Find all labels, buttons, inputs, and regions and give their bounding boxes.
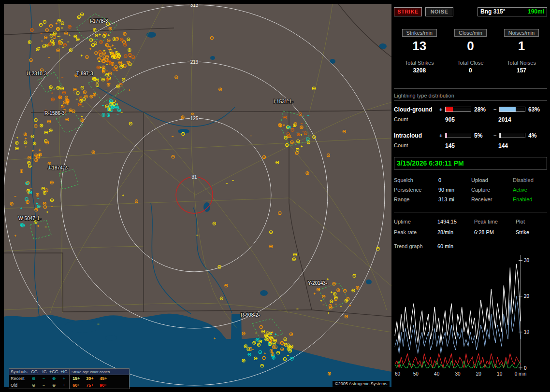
legend-age-title: Strike age color codes xyxy=(69,369,129,375)
storm-cell-label: J-1874-2- xyxy=(48,165,69,170)
lake xyxy=(65,320,100,333)
cloud-ground-label: Cloud-ground xyxy=(394,106,439,113)
legend-symbols-header: Symbols xyxy=(9,369,29,375)
status-panel: STRIKE NOISE Bng 315° 190mi Strikes/min … xyxy=(394,4,547,388)
trend-y-tick-label: 20 xyxy=(524,294,530,299)
ic-plus-count: 145 xyxy=(445,142,498,149)
age-60-label: 60+ xyxy=(70,382,83,389)
legend-recent-label: Recent xyxy=(9,375,29,382)
peak-rate-label: Peak rate xyxy=(394,229,437,235)
close-per-min-button[interactable]: Close/min xyxy=(454,29,487,37)
lake xyxy=(260,290,268,296)
range-value: 313 mi xyxy=(438,196,471,202)
intracloud-count-row: Count 145 144 xyxy=(394,142,547,149)
datetime-display: 3/15/2026 6:30:11 PM xyxy=(394,157,547,169)
divider xyxy=(394,88,547,89)
persistence-label: Persistence xyxy=(394,187,438,193)
ic-minus-percent: 4% xyxy=(526,132,547,139)
total-noises-value: 157 xyxy=(496,67,547,74)
lake xyxy=(210,56,215,60)
receiver-label: Receiver xyxy=(471,196,513,202)
cg-plus-bar xyxy=(445,107,471,112)
ic-plus-old-icon: + xyxy=(59,382,69,389)
settings-row-persistence: Persistence 90 min Capture Active xyxy=(394,185,547,195)
noise-button[interactable]: NOISE xyxy=(425,7,453,16)
trend-series-total-strikes xyxy=(395,264,521,343)
upload-label: Upload xyxy=(471,177,513,183)
ic-minus-bar xyxy=(499,133,525,138)
trend-y-tick-label: 10 xyxy=(524,329,530,335)
legend-col-ic-minus: -IC xyxy=(39,369,49,375)
ic-minus-bar-fill xyxy=(500,133,501,138)
total-close-label: Total Close xyxy=(445,60,496,66)
trend-series-noises xyxy=(395,361,521,368)
close-per-min-value: 0 xyxy=(445,39,496,54)
ic-minus-count: 144 xyxy=(498,142,547,149)
bearing-label: Bng 315° xyxy=(480,8,505,15)
capture-label: Capture xyxy=(471,187,513,193)
cg-minus-old-icon: ⊖ xyxy=(29,382,39,389)
bearing-range: 190mi xyxy=(528,8,544,15)
lake xyxy=(146,32,156,38)
legend-col-cg-plus: +CG xyxy=(49,369,59,375)
cg-minus-bar-fill xyxy=(500,107,516,112)
legend-col-cg-minus: -CG xyxy=(29,369,39,375)
squelch-label: Squelch xyxy=(394,177,438,183)
settings-row-range: Range 313 mi Receiver Enabled xyxy=(394,195,547,204)
cg-count-label: Count xyxy=(394,116,439,123)
noises-per-min-button[interactable]: Noises/min xyxy=(504,29,539,37)
range-ring-label: 219 xyxy=(190,59,199,65)
trend-y-tick-label: 0 xyxy=(524,365,527,371)
storm-cell-label: I-1531-1- xyxy=(274,99,293,104)
noises-per-min-value: 1 xyxy=(496,39,547,54)
peak-rate-value: 28/min xyxy=(437,229,474,235)
legend-header: Symbols -CG -IC +CG +IC Strike age color… xyxy=(9,369,129,375)
storm-cell-label: R-1586-3 xyxy=(44,111,65,116)
strikes-per-min-button[interactable]: Strikes/min xyxy=(402,29,437,37)
bearing-display: Bng 315° 190mi xyxy=(478,7,547,16)
age-15-label: 15+ xyxy=(70,375,83,382)
legend-row-recent: Recent ⊖ − ⊕ + 15+ 30+ 45+ xyxy=(9,375,129,382)
peak-time-value: 6:28 PM xyxy=(474,229,516,235)
strikes-per-min-value: 13 xyxy=(394,39,445,54)
trend-series-close-strikes xyxy=(395,353,521,368)
strike-button[interactable]: STRIKE xyxy=(394,7,422,16)
upload-status: Disabled xyxy=(513,177,547,183)
lightning-map[interactable]: 31321912531I-1778-3U-2310-3T-897-3R-1586… xyxy=(4,4,391,387)
cg-plus-recent-icon: ⊕ xyxy=(49,375,59,382)
cg-minus-recent-icon: ⊖ xyxy=(29,375,39,382)
ic-plus-percent: 5% xyxy=(472,132,493,139)
minus-sign: − xyxy=(493,107,499,112)
cg-plus-bar-fill xyxy=(446,107,453,112)
cg-minus-count: 2014 xyxy=(498,116,547,123)
settings-row-squelch: Squelch 0 Upload Disabled xyxy=(394,175,547,185)
trend-graph-header: Trend graph 60 min xyxy=(394,242,547,250)
trend-graph: 30201006050403020100 min xyxy=(394,252,547,378)
trend-x-tick-label: 0 min xyxy=(515,371,526,377)
cloud-ground-row: Cloud-ground + 28% − 63% xyxy=(394,106,547,113)
cg-minus-bar xyxy=(499,107,525,112)
age-90-label: 90+ xyxy=(97,382,110,389)
lake xyxy=(178,129,189,134)
trend-graph-label: Trend graph xyxy=(394,243,437,249)
range-ring-label: 125 xyxy=(190,116,199,121)
range-label: Range xyxy=(394,196,438,202)
datetime-text: 3/15/2026 6:30:11 PM xyxy=(397,159,464,167)
receiver-status: Enabled xyxy=(513,196,547,202)
distribution-title: Lightning type distribution xyxy=(394,93,547,100)
storm-cell-label: W-5047-1- xyxy=(18,216,41,221)
trend-x-tick-label: 50 xyxy=(413,371,419,377)
capture-status: Active xyxy=(513,187,547,193)
ic-count-label: Count xyxy=(394,142,439,149)
total-strikes-label: Total Strikes xyxy=(394,60,445,66)
lake xyxy=(379,43,387,49)
plus-sign: + xyxy=(439,107,445,112)
map-legend: Symbols -CG -IC +CG +IC Strike age color… xyxy=(9,368,130,389)
map-canvas: 31321912531I-1778-3U-2310-3T-897-3R-1586… xyxy=(4,4,391,387)
ic-plus-recent-icon: + xyxy=(59,375,69,382)
minus-sign: − xyxy=(493,133,499,139)
cg-minus-percent: 63% xyxy=(526,106,547,113)
uptime-value: 1494:15 xyxy=(437,219,474,224)
rate-stats: Strikes/min 13 Total Strikes 3208 Close/… xyxy=(394,29,547,74)
copyright-text: ©2005 Astrogenic Systems xyxy=(333,381,390,387)
